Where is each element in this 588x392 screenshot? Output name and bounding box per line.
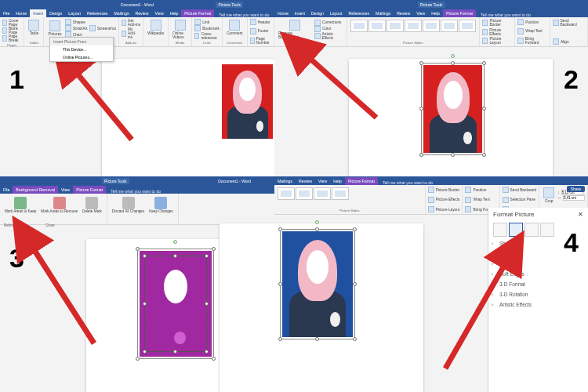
tab-layout[interactable]: Layout (327, 9, 346, 17)
style-thumb[interactable] (405, 20, 422, 32)
resize-handle[interactable] (353, 282, 357, 286)
tab-insert[interactable]: Insert (30, 9, 46, 17)
tab-picture-format[interactable]: Picture Format (181, 9, 214, 17)
tab-review[interactable]: Review (296, 177, 315, 185)
resize-handle[interactable] (315, 227, 319, 231)
style-thumb[interactable] (278, 187, 295, 200)
inserted-photo-selected[interactable] (423, 65, 482, 153)
xref-button[interactable]: Cross-reference (201, 32, 220, 40)
tab-home[interactable]: Home (274, 9, 292, 17)
tab-file[interactable]: File (0, 9, 13, 17)
cover-page-button[interactable]: Cover Page (9, 19, 22, 27)
wrap-text-button[interactable]: Wrap Text (473, 198, 489, 201)
wrap-text-button[interactable]: Wrap Text (525, 29, 542, 33)
discard-changes-button[interactable]: Discard All Changes (110, 195, 147, 223)
resize-handle[interactable] (212, 357, 216, 361)
style-thumb[interactable] (387, 20, 404, 32)
picture-border-button[interactable]: Picture Border (436, 188, 460, 192)
tab-picture-format[interactable]: Picture Format (345, 177, 378, 185)
pane-tab-picture-icon[interactable] (540, 223, 554, 237)
tab-view[interactable]: View (315, 177, 330, 185)
pane-tab-layout-icon[interactable] (524, 223, 539, 237)
tab-mailings[interactable]: Mailings (111, 9, 132, 17)
photo-bg-removal-preview[interactable] (140, 251, 212, 357)
close-icon[interactable]: ✕ (578, 211, 583, 218)
tab-design[interactable]: Design (46, 9, 65, 17)
resize-handle[interactable] (278, 282, 282, 286)
send-backward-button[interactable]: Send Backward (561, 19, 585, 27)
table-button[interactable]: Table (27, 19, 41, 36)
style-thumb[interactable] (423, 20, 440, 32)
picture-layout-button[interactable]: Picture Layout (436, 208, 460, 212)
tab-insert[interactable]: Insert (292, 9, 308, 17)
keep-changes-button[interactable]: Keep Changes (147, 195, 175, 223)
artistic-effects-button[interactable]: Artistic Effects (322, 32, 344, 40)
tab-layout[interactable]: Layout (65, 9, 84, 17)
resize-handle[interactable] (353, 337, 357, 341)
color-button[interactable]: Color (322, 27, 331, 31)
resize-handle[interactable] (482, 153, 486, 157)
header-button[interactable]: Header (258, 20, 270, 24)
pane-item-soft-edges[interactable]: Soft Edges (488, 269, 588, 279)
inserted-photo[interactable] (222, 64, 273, 139)
pictures-button[interactable]: Pictures (46, 20, 63, 37)
tab-picture-format[interactable]: Picture Format (443, 9, 476, 17)
tab-home[interactable]: Home (13, 9, 30, 17)
position-button[interactable]: Position (525, 20, 539, 24)
tab-picture-format[interactable]: Picture Format (73, 186, 106, 194)
tab-references[interactable]: References (84, 9, 111, 17)
width-input[interactable] (563, 195, 585, 201)
selection-pane-button[interactable]: Selection Pane (510, 198, 535, 201)
style-thumb[interactable] (350, 20, 368, 32)
dropdown-this-device[interactable]: This Device... (50, 45, 113, 53)
smartart-button[interactable]: SmartArt (73, 27, 88, 31)
corrections-button[interactable]: Corrections (322, 20, 342, 24)
tab-mailings[interactable]: Mailings (372, 9, 394, 17)
resize-handle[interactable] (315, 337, 319, 341)
mark-keep-button[interactable]: Mark Areas to Keep (2, 195, 38, 223)
tab-view[interactable]: View (58, 186, 73, 194)
dropdown-online-pictures[interactable]: Online Pictures... (50, 53, 113, 61)
share-button[interactable]: Share (567, 186, 585, 192)
pane-item-3d-format[interactable]: 3-D Format (488, 279, 588, 289)
shapes-button[interactable]: Shapes (73, 20, 85, 24)
resize-handle[interactable] (419, 153, 423, 157)
position-button[interactable]: Position (473, 188, 486, 192)
screenshot-button[interactable]: Screenshot (97, 27, 116, 31)
style-gallery[interactable] (350, 19, 477, 33)
style-gallery[interactable] (277, 187, 423, 201)
get-addins-button[interactable]: Get Add-ins (128, 19, 140, 27)
online-videos-button[interactable]: Online Videos (171, 19, 189, 40)
resize-handle[interactable] (482, 107, 486, 111)
chart-button[interactable]: Chart (73, 33, 82, 37)
footer-button[interactable]: Footer (258, 29, 269, 33)
style-thumb[interactable] (441, 20, 458, 32)
comment-button[interactable]: Comment (225, 19, 245, 36)
resize-handle[interactable] (278, 337, 282, 341)
link-button[interactable]: Link (202, 20, 209, 24)
delete-mark-button[interactable]: Delete Mark (80, 195, 104, 223)
pane-item-artistic[interactable]: Artistic Effects (488, 299, 588, 310)
align-button[interactable]: Align (561, 40, 569, 44)
tab-help[interactable]: Help (167, 9, 182, 17)
rotate-handle[interactable] (315, 220, 319, 224)
picture-effects-button[interactable]: Picture Effects (489, 28, 512, 36)
rotate-handle[interactable] (173, 240, 177, 244)
style-thumb[interactable] (368, 20, 386, 32)
tab-design[interactable]: Design (308, 9, 327, 17)
resize-handle[interactable] (451, 61, 455, 65)
picture-border-button[interactable]: Picture Border (489, 19, 512, 27)
resize-handle[interactable] (482, 61, 486, 65)
crop-button[interactable]: Crop (542, 187, 556, 204)
pane-item-glow[interactable]: Glow (488, 259, 588, 269)
picture-layout-button[interactable]: Picture Layout (489, 37, 512, 45)
resize-handle[interactable] (136, 357, 140, 361)
style-thumb[interactable] (314, 187, 331, 200)
page-break-button[interactable]: Page Break (9, 34, 21, 42)
blank-page-button[interactable]: Blank Page (9, 27, 21, 34)
style-thumb[interactable] (459, 20, 476, 32)
mark-remove-button[interactable]: Mark Areas to Remove (38, 195, 80, 223)
tab-file[interactable]: File (0, 186, 13, 194)
page-number-button[interactable]: Page Number (256, 37, 271, 45)
pane-tab-effects-icon[interactable] (509, 223, 523, 237)
